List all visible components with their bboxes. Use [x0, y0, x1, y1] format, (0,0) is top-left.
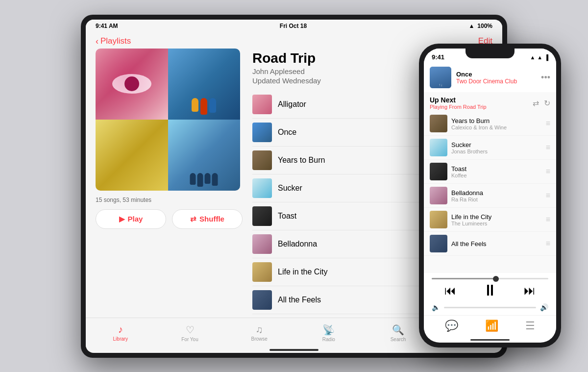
- rewind-button[interactable]: ⏮: [444, 284, 456, 298]
- battery-icon: ▐: [544, 54, 548, 60]
- ipad-time: 9:41 AM: [96, 23, 118, 29]
- queue-info: Life in the City The Lumineers: [451, 213, 542, 226]
- drag-handle-icon[interactable]: ≡: [546, 119, 550, 128]
- queue-info: Toast Koffee: [451, 165, 542, 178]
- queue-item[interactable]: Toast Koffee ≡: [424, 160, 556, 184]
- now-playing-header: Once Two Door Cinema Club •••: [424, 63, 556, 92]
- silhouette-3: [205, 173, 211, 184]
- queue-icon[interactable]: ☰: [525, 320, 535, 332]
- iphone-device: 9:41 ▲ ▲ ▐ Once Two Door Cinema Club •••…: [419, 44, 561, 347]
- song-name: Once: [278, 128, 380, 137]
- play-label: Play: [128, 215, 143, 223]
- drag-handle-icon[interactable]: ≡: [546, 215, 550, 224]
- progress-bar-container: [432, 278, 548, 279]
- queue-song-artist: Koffee: [451, 173, 542, 178]
- up-next-controls: ⇄ ↻: [533, 99, 550, 108]
- song-name: Sucker: [278, 184, 380, 193]
- signal-icon: ▲: [530, 54, 535, 60]
- playlist-song-count: 15 songs, 53 minutes: [96, 197, 243, 203]
- queue-thumbnail: [430, 139, 447, 156]
- tab-library[interactable]: ♪ Library: [86, 324, 155, 342]
- queue-info: Years to Burn Calexico & Iron & Wine: [451, 117, 542, 130]
- tab-radio[interactable]: 📡 Radio: [294, 324, 364, 342]
- volume-row: 🔈 🔊: [432, 303, 548, 311]
- song-thumbnail: [252, 290, 272, 310]
- progress-thumb: [493, 276, 499, 282]
- queue-item[interactable]: Life in the City The Lumineers ≡: [424, 208, 556, 232]
- people-silhouettes: [190, 173, 218, 187]
- fast-forward-button[interactable]: ⏭: [524, 284, 536, 298]
- queue-thumbnail: [430, 115, 447, 132]
- eye-decoration: [112, 74, 151, 94]
- drag-handle-icon[interactable]: ≡: [546, 167, 550, 176]
- tab-radio-label: Radio: [322, 337, 335, 342]
- queue-song-artist: Jonas Brothers: [451, 149, 542, 154]
- browse-icon: ♫: [256, 324, 263, 335]
- queue-song-title: Sucker: [451, 141, 542, 149]
- progress-fill: [432, 278, 496, 279]
- song-thumbnail: [252, 206, 272, 226]
- np-more-button[interactable]: •••: [541, 73, 550, 83]
- ipad-status-bar: 9:41 AM Fri Oct 18 ▲ 100%: [86, 20, 502, 32]
- queue-song-artist: The Lumineers: [451, 221, 542, 226]
- song-name: Alligator: [278, 100, 380, 109]
- np-artist: Two Door Cinema Club: [456, 78, 536, 85]
- queue-song-artist: Ra Ra Riot: [451, 197, 542, 202]
- back-chevron-icon: ‹: [96, 36, 98, 47]
- playlist-name-link[interactable]: Road Trip: [463, 104, 487, 110]
- queue-song-title: Toast: [451, 165, 542, 173]
- airplay-icon[interactable]: 📶: [485, 320, 498, 332]
- play-button[interactable]: ▶ Play: [96, 209, 166, 229]
- wifi-icon: ▲: [468, 23, 474, 29]
- band-fig-3: [209, 98, 216, 113]
- wifi-icon: ▲: [537, 54, 542, 60]
- lyrics-icon[interactable]: 💬: [445, 320, 458, 332]
- queue-item[interactable]: Years to Burn Calexico & Iron & Wine ≡: [424, 112, 556, 136]
- ipad-date: Fri Oct 18: [280, 23, 307, 29]
- playback-buttons: ⏮ ⏸ ⏭: [432, 281, 548, 299]
- queue-item[interactable]: Sucker Jonas Brothers ≡: [424, 136, 556, 160]
- drag-handle-icon[interactable]: ≡: [546, 191, 550, 200]
- shuffle-button[interactable]: ⇄ Shuffle: [172, 209, 243, 229]
- iphone-bottom-actions: 💬 📶 ☰: [424, 315, 556, 338]
- queue-info: Sucker Jonas Brothers: [451, 141, 542, 154]
- repeat-icon[interactable]: ↻: [544, 99, 550, 108]
- silhouette-4: [212, 173, 218, 186]
- song-thumbnail: [252, 262, 272, 282]
- queue-thumbnail: [430, 211, 447, 228]
- iphone-home-indicator: [470, 339, 510, 341]
- queue-song-title: Years to Burn: [451, 117, 542, 124]
- tab-library-label: Library: [113, 336, 128, 342]
- song-name: All the Feels: [278, 296, 380, 304]
- library-icon: ♪: [118, 324, 123, 335]
- song-thumbnail: [252, 234, 272, 254]
- shuffle-icon: ⇄: [190, 215, 196, 223]
- playing-from-label: Playing From: [430, 104, 462, 110]
- queue-item[interactable]: Belladonna Ra Ra Riot ≡: [424, 184, 556, 208]
- shuffle-queue-icon[interactable]: ⇄: [533, 99, 539, 108]
- back-button[interactable]: ‹ Playlists: [96, 36, 131, 47]
- up-next-header: Up Next Playing From Road Trip ⇄ ↻: [424, 92, 556, 112]
- queue-song-title: Belladonna: [451, 189, 542, 197]
- song-thumbnail: [252, 123, 272, 142]
- iphone-screen: 9:41 ▲ ▲ ▐ Once Two Door Cinema Club •••…: [424, 49, 556, 343]
- tab-for-you[interactable]: ♡ For You: [155, 324, 225, 342]
- queue-list: Years to Burn Calexico & Iron & Wine ≡ S…: [424, 112, 556, 273]
- playlist-actions: ▶ Play ⇄ Shuffle: [96, 209, 243, 229]
- queue-info: Belladonna Ra Ra Riot: [451, 189, 542, 202]
- progress-track[interactable]: [432, 278, 548, 279]
- ipad-status-right: ▲ 100%: [468, 23, 492, 29]
- album-art-3: [96, 120, 168, 191]
- queue-item[interactable]: All the Feels ≡: [424, 232, 556, 256]
- drag-handle-icon[interactable]: ≡: [546, 239, 550, 248]
- drag-handle-icon[interactable]: ≡: [546, 143, 550, 152]
- volume-high-icon: 🔊: [540, 303, 548, 311]
- queue-thumbnail: [430, 187, 447, 204]
- song-name: Years to Burn: [278, 156, 380, 165]
- pause-button[interactable]: ⏸: [482, 281, 498, 299]
- queue-info: All the Feels: [451, 240, 542, 248]
- tab-browse-label: Browse: [251, 336, 268, 342]
- tab-browse[interactable]: ♫ Browse: [224, 324, 294, 342]
- volume-bar[interactable]: [444, 307, 536, 308]
- band-fig-1: [192, 98, 198, 112]
